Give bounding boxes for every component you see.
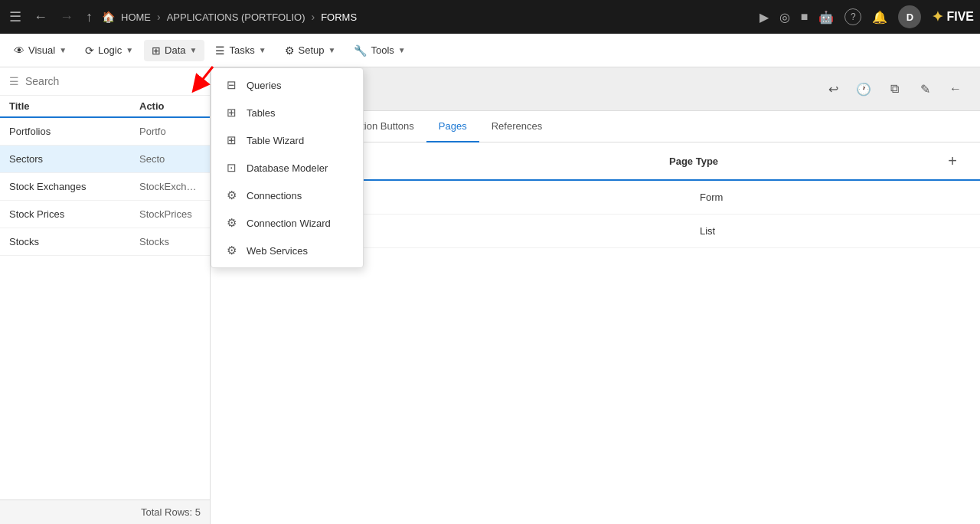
up-icon[interactable]: ↑	[83, 6, 96, 28]
pages-type-general: Form	[700, 192, 968, 203]
table-row[interactable]: Portfolios Portfo	[0, 118, 210, 146]
dropdown-tables-label: Tables	[247, 107, 276, 119]
logic-icon: ⟳	[85, 44, 94, 57]
row-action-stock-exchanges: StockExchanges	[139, 181, 201, 192]
total-rows: Total Rows: 5	[0, 499, 210, 524]
row-title-stocks: Stocks	[9, 236, 139, 247]
breadcrumb-forms[interactable]: FORMS	[321, 11, 357, 23]
dropdown-connection-wizard-label: Connection Wizard	[247, 218, 331, 229]
top-bar-right: ▶ ◎ ■ 🤖 ? 🔔 D ✦ FIVE	[760, 5, 974, 28]
breadcrumb-applications[interactable]: APPLICATIONS (PORTFOLIO)	[167, 11, 305, 23]
row-action-stocks: Stocks	[139, 236, 201, 247]
bot-icon[interactable]: 🤖	[818, 10, 834, 25]
logic-dropdown-icon: ▼	[126, 46, 133, 54]
breadcrumb-sep-2: ›	[312, 11, 315, 23]
data-dropdown-menu: ⊟ Queries ⊞ Tables ⊞ Table Wizard ⊡ Data…	[211, 67, 364, 268]
pages-type-stocks: List	[700, 225, 968, 237]
dropdown-connection-wizard[interactable]: ⚙ Connection Wizard	[211, 209, 363, 237]
row-action-stock-prices: StockPrices	[139, 208, 201, 220]
table-row[interactable]: Stock Exchanges StockExchanges	[0, 173, 210, 201]
database-modeler-icon: ⊡	[224, 161, 239, 175]
dropdown-table-wizard[interactable]: ⊞ Table Wizard	[211, 126, 363, 154]
help-icon[interactable]: ?	[844, 8, 861, 25]
pagetype-col-header: Page Type	[669, 156, 937, 167]
col-action: Actio	[139, 100, 201, 112]
home-icon: 🏠	[102, 11, 115, 23]
web-services-icon: ⚙	[224, 244, 239, 257]
dropdown-connections-label: Connections	[247, 190, 302, 201]
breadcrumb-sep-1: ›	[157, 11, 161, 23]
edit-btn[interactable]: ✎	[913, 77, 937, 101]
tools-dropdown-icon: ▼	[398, 46, 406, 54]
dropdown-database-modeler-label: Database Modeler	[247, 162, 328, 174]
stop-icon[interactable]: ■	[801, 10, 808, 24]
setup-dropdown-icon: ▼	[328, 46, 336, 54]
tab-references[interactable]: References	[479, 111, 554, 142]
nav-visual-label: Visual	[28, 44, 55, 56]
add-page-button[interactable]: +	[942, 150, 963, 172]
nav-tools-label: Tools	[371, 44, 394, 56]
nav-tools[interactable]: 🔧 Tools ▼	[346, 40, 413, 61]
table-row[interactable]: Sectors Secto	[0, 146, 210, 173]
table-header: Title Actio	[0, 96, 210, 118]
filter-icon: ☰	[9, 75, 19, 87]
nav-data-label: Data	[165, 44, 185, 56]
dropdown-connections[interactable]: ⚙ Connections	[211, 182, 363, 209]
queries-icon: ⊟	[224, 78, 239, 92]
nav-logic[interactable]: ⟳ Logic ▼	[77, 40, 141, 61]
visual-dropdown-icon: ▼	[59, 46, 67, 54]
five-logo-icon: ✦	[932, 8, 943, 25]
top-bar: ☰ ← → ↑ 🏠 HOME › APPLICATIONS (PORTFOLIO…	[0, 0, 980, 34]
left-panel: ☰ Title Actio Portfolios Portfo Sectors …	[0, 67, 211, 524]
nav-data[interactable]: ⊞ Data ▼	[144, 40, 204, 61]
avatar[interactable]: D	[898, 5, 921, 28]
tab-pages[interactable]: Pages	[426, 111, 479, 142]
forward-icon[interactable]: →	[57, 6, 77, 28]
col-title: Title	[9, 100, 139, 112]
add-col-header: +	[937, 150, 968, 172]
play-icon[interactable]: ▶	[760, 10, 769, 25]
dropdown-queries-label: Queries	[247, 80, 282, 91]
table-row[interactable]: Stock Prices StockPrices	[0, 201, 210, 228]
nav-setup-label: Setup	[299, 44, 325, 56]
dropdown-table-wizard-label: Table Wizard	[247, 135, 304, 146]
back-action-btn[interactable]: ↩	[821, 77, 845, 101]
setup-icon: ⚙	[285, 44, 295, 57]
tables-icon: ⊞	[224, 106, 239, 120]
secondary-nav: 👁 Visual ▼ ⟳ Logic ▼ ⊞ Data ▼ ☰ Tasks ▼ …	[0, 34, 980, 67]
search-input[interactable]	[25, 75, 201, 87]
five-logo-text: FIVE	[946, 10, 974, 24]
tasks-icon: ☰	[215, 44, 225, 57]
row-title-stock-exchanges: Stock Exchanges	[9, 181, 139, 192]
row-action-portfolios: Portfo	[139, 126, 201, 137]
nav-setup[interactable]: ⚙ Setup ▼	[277, 40, 344, 61]
close-btn[interactable]: ←	[943, 77, 968, 101]
bell-icon[interactable]: 🔔	[872, 10, 887, 25]
nav-tasks[interactable]: ☰ Tasks ▼	[207, 40, 273, 61]
back-icon[interactable]: ←	[31, 6, 51, 28]
dropdown-database-modeler[interactable]: ⊡ Database Modeler	[211, 154, 363, 182]
row-action-sectors: Secto	[139, 153, 201, 165]
copy-btn[interactable]: ⧉	[882, 77, 906, 101]
search-icon[interactable]: ◎	[779, 10, 790, 25]
row-title-portfolios: Portfolios	[9, 126, 139, 137]
table-wizard-icon: ⊞	[224, 133, 239, 147]
breadcrumb-home[interactable]: HOME	[121, 11, 151, 23]
search-bar: ☰	[0, 67, 210, 96]
visual-icon: 👁	[14, 44, 24, 57]
menu-icon[interactable]: ☰	[6, 5, 24, 28]
data-icon: ⊞	[152, 44, 161, 57]
table-row[interactable]: Stocks Stocks	[0, 228, 210, 256]
right-actions: ↩ 🕐 ⧉ ✎ ←	[821, 77, 968, 101]
dropdown-tables[interactable]: ⊞ Tables	[211, 99, 363, 126]
history-btn[interactable]: 🕐	[851, 77, 876, 101]
dropdown-queries[interactable]: ⊟ Queries	[211, 71, 363, 99]
data-dropdown-icon: ▼	[190, 46, 198, 54]
dropdown-web-services[interactable]: ⚙ Web Services	[211, 237, 363, 264]
nav-logic-label: Logic	[98, 44, 122, 56]
nav-visual[interactable]: 👁 Visual ▼	[6, 40, 74, 61]
nav-tasks-label: Tasks	[229, 44, 254, 56]
dropdown-web-services-label: Web Services	[247, 245, 308, 257]
tools-icon: 🔧	[354, 44, 367, 57]
five-logo: ✦ FIVE	[932, 8, 974, 25]
